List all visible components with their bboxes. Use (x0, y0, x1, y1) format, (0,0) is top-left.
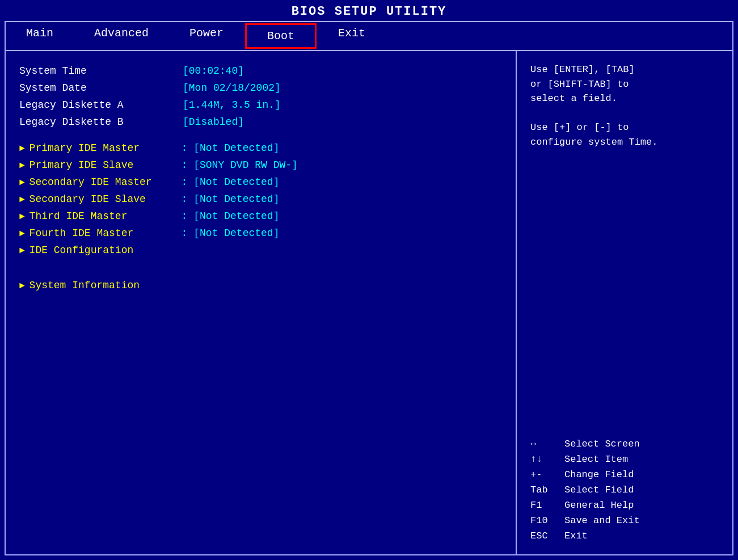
key-desc-general-help: General Help (564, 500, 634, 511)
ide-configuration[interactable]: ► IDE Configuration (19, 242, 502, 259)
arrow-icon-secondary-slave: ► (19, 195, 25, 205)
right-panel: Use [ENTER], [TAB] or [SHIFT-TAB] to sel… (517, 51, 732, 554)
key-row-select-field: Tab Select Field (530, 483, 719, 497)
key-desc-esc: Exit (564, 530, 588, 541)
primary-ide-master[interactable]: ► Primary IDE Master : [Not Detected] (19, 140, 502, 157)
bios-title: BIOS SETUP UTILITY (0, 0, 738, 21)
key-tab: Tab (530, 485, 564, 495)
key-help-section: ↔ Select Screen ↑↓ Select Item +- Change… (530, 437, 719, 543)
arrow-icon-primary-master: ► (19, 144, 25, 154)
legacy-diskette-b-value[interactable]: [Disabled] (183, 116, 244, 128)
key-f1: F1 (530, 500, 564, 511)
menu-item-main[interactable]: Main (6, 22, 74, 50)
key-desc-select-item: Select Item (564, 454, 628, 465)
arrow-icon-sysinfo: ► (19, 281, 25, 291)
key-row-select-item: ↑↓ Select Item (530, 452, 719, 466)
legacy-diskette-a-row: Legacy Diskette A [1.44M, 3.5 in.] (19, 96, 502, 113)
primary-ide-slave-value: : [SONY DVD RW DW-] (182, 159, 298, 171)
key-row-save-exit: F10 Save and Exit (530, 513, 719, 528)
secondary-ide-slave-label: Secondary IDE Slave (29, 193, 177, 205)
help-line-3: select a field. (530, 93, 617, 104)
arrow-icon-fourth-master: ► (19, 229, 25, 239)
key-desc-select-field: Select Field (564, 485, 634, 495)
secondary-ide-slave[interactable]: ► Secondary IDE Slave : [Not Detected] (19, 191, 502, 208)
help-line-5: Use [+] or [-] to (530, 122, 629, 133)
arrow-icon-primary-slave: ► (19, 161, 25, 171)
system-date-row: System Date [Mon 02/18/2002] (19, 79, 502, 96)
system-time-label: System Time (19, 65, 178, 77)
key-desc-select-screen: Select Screen (564, 439, 640, 449)
secondary-ide-master-label: Secondary IDE Master (29, 176, 177, 188)
legacy-diskette-a-label: Legacy Diskette A (19, 99, 178, 111)
system-information-label: System Information (29, 280, 177, 291)
legacy-diskette-a-value[interactable]: [1.44M, 3.5 in.] (183, 99, 281, 111)
fourth-ide-master-label: Fourth IDE Master (29, 228, 177, 239)
third-ide-master[interactable]: ► Third IDE Master : [Not Detected] (19, 208, 502, 225)
key-row-esc: ESC Exit (530, 529, 719, 543)
key-row-change-field: +- Change Field (530, 468, 719, 482)
key-row-select-screen: ↔ Select Screen (530, 437, 719, 451)
ide-configuration-label: IDE Configuration (29, 245, 177, 256)
key-esc: ESC (530, 530, 564, 541)
primary-ide-slave-label: Primary IDE Slave (29, 159, 177, 171)
help-line-2: or [SHIFT-TAB] to (530, 79, 629, 90)
menu-item-power[interactable]: Power (169, 22, 244, 50)
left-panel: System Time [00:02:40] System Date [Mon … (6, 51, 517, 554)
system-date-value[interactable]: [Mon 02/18/2002] (183, 82, 281, 94)
system-time-row: System Time [00:02:40] (19, 62, 502, 79)
primary-ide-master-value: : [Not Detected] (182, 142, 280, 154)
arrow-icon-secondary-master: ► (19, 178, 25, 188)
key-arrow-lr: ↔ (530, 439, 564, 449)
legacy-diskette-b-row: Legacy Diskette B [Disabled] (19, 113, 502, 130)
secondary-ide-slave-value: : [Not Detected] (182, 193, 280, 205)
legacy-diskette-b-label: Legacy Diskette B (19, 116, 178, 128)
fourth-ide-master-value: : [Not Detected] (182, 228, 280, 239)
help-line-1: Use [ENTER], [TAB] (530, 64, 635, 75)
secondary-ide-master-value: : [Not Detected] (182, 176, 280, 188)
key-f10: F10 (530, 515, 564, 526)
menu-item-boot[interactable]: Boot (245, 23, 317, 49)
arrow-icon-ide-config: ► (19, 246, 25, 256)
third-ide-master-value: : [Not Detected] (182, 210, 280, 222)
bios-screen: BIOS SETUP UTILITY Main Advanced Power B… (0, 0, 738, 560)
secondary-ide-master[interactable]: ► Secondary IDE Master : [Not Detected] (19, 174, 502, 191)
key-plusminus: +- (530, 469, 564, 480)
system-time-value[interactable]: [00:02:40] (183, 65, 244, 77)
third-ide-master-label: Third IDE Master (29, 210, 177, 222)
key-desc-save-exit: Save and Exit (564, 515, 640, 526)
key-arrow-ud: ↑↓ (530, 454, 564, 465)
arrow-icon-third-master: ► (19, 212, 25, 222)
primary-ide-slave[interactable]: ► Primary IDE Slave : [SONY DVD RW DW-] (19, 157, 502, 174)
menu-bar: Main Advanced Power Boot Exit (5, 21, 733, 50)
help-line-6: configure system Time. (530, 137, 657, 148)
key-row-general-help: F1 General Help (530, 498, 719, 512)
primary-ide-master-label: Primary IDE Master (29, 142, 177, 154)
help-text-block: Use [ENTER], [TAB] or [SHIFT-TAB] to sel… (530, 62, 719, 149)
main-content: System Time [00:02:40] System Date [Mon … (5, 50, 733, 555)
system-date-label: System Date (19, 82, 178, 94)
fourth-ide-master[interactable]: ► Fourth IDE Master : [Not Detected] (19, 225, 502, 242)
key-desc-change-field: Change Field (564, 469, 634, 480)
menu-item-exit[interactable]: Exit (318, 22, 386, 50)
menu-item-advanced[interactable]: Advanced (74, 22, 169, 50)
system-information[interactable]: ► System Information (19, 277, 502, 294)
